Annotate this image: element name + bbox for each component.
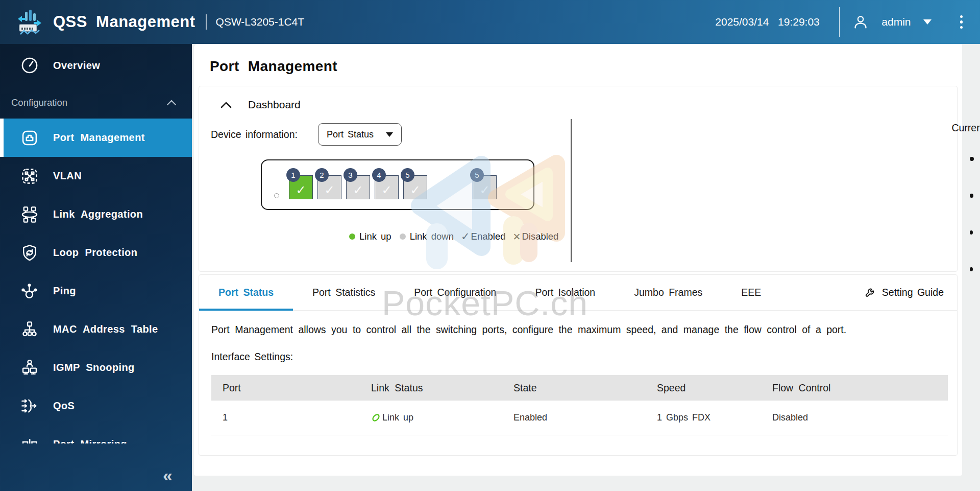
- device-information-label: Device information:: [211, 129, 298, 141]
- sidebar-item-label: QoS: [53, 400, 75, 412]
- title-divider: [206, 14, 207, 30]
- sidebar-item-port-management[interactable]: Port Management: [0, 119, 192, 157]
- legend-label: Link down: [410, 231, 454, 242]
- port-number-badge: 3: [344, 168, 357, 182]
- loop-protection-icon: [20, 244, 39, 262]
- current-port-status-title: Current Port status:: [951, 122, 980, 134]
- mac-address-table-icon: [20, 320, 39, 339]
- tab-port-configuration[interactable]: Port Configuration: [395, 275, 516, 310]
- user-menu[interactable]: admin: [853, 14, 931, 30]
- sidebar-item-label: IGMP Snooping: [53, 362, 135, 373]
- datetime: 2025/03/14 19:29:03: [715, 16, 820, 28]
- device-information-select[interactable]: Port Status: [318, 123, 402, 146]
- sidebar-item-loop-protection[interactable]: Loop Protection: [0, 233, 192, 272]
- link-down-dot-icon: [400, 233, 406, 240]
- igmp-snooping-icon: [20, 359, 39, 377]
- port-1[interactable]: 1: [289, 175, 313, 199]
- section-label: Configuration: [11, 97, 67, 108]
- sidebar-item-mac-address-table[interactable]: MAC Address Table: [0, 310, 192, 348]
- link-aggregation-icon: [20, 205, 39, 224]
- check-icon: ✓: [461, 230, 470, 243]
- cross-icon: ✕: [512, 231, 521, 243]
- column-header-port: Port: [211, 375, 360, 401]
- port-4[interactable]: 4: [375, 175, 399, 199]
- cell-port: 1: [211, 401, 360, 435]
- qos-icon: [20, 397, 39, 415]
- tabs-panel: Port Status Port Statistics Port Configu…: [199, 274, 958, 456]
- port-mirroring-icon: [20, 435, 39, 444]
- sidebar-item-qos[interactable]: QoS: [0, 387, 192, 425]
- sidebar-item-port-mirroring[interactable]: Port Mirroring: [0, 425, 192, 443]
- interface-settings-table: Port Link Status State Speed Flow Contro…: [211, 375, 948, 435]
- tab-port-status[interactable]: Port Status: [199, 275, 293, 310]
- sidebar-item-link-aggregation[interactable]: Link Aggregation: [0, 195, 192, 233]
- status-item-link-down: Link down: 4 port: [951, 184, 980, 207]
- sidebar-menu: Overview Configuration Port Management: [0, 44, 192, 443]
- column-header-state: State: [502, 375, 646, 401]
- chevron-up-icon: [220, 102, 232, 108]
- tab-jumbo-frames[interactable]: Jumbo Frames: [615, 275, 722, 310]
- app-title: QSS Management: [53, 13, 195, 31]
- content-card: Port Management Dashboard Device informa…: [194, 44, 962, 476]
- sidebar-item-label: VLAN: [53, 170, 82, 182]
- header-divider: [839, 7, 840, 37]
- port-strip: 1 2 3 4: [289, 175, 501, 199]
- port-number-badge: 2: [315, 168, 329, 182]
- user-icon: [853, 14, 868, 30]
- switch-diagram: 1 2 3 4: [261, 159, 534, 210]
- port-3[interactable]: 3: [346, 175, 370, 199]
- legend-label: Enabled: [471, 231, 506, 242]
- tab-port-isolation[interactable]: Port Isolation: [516, 275, 615, 310]
- link-status-text: Link up: [382, 412, 413, 423]
- port-5-combo[interactable]: 5: [473, 175, 497, 199]
- sidebar-item-label: Ping: [53, 285, 76, 297]
- link-up-dot-icon: [349, 233, 355, 240]
- sidebar: Overview Configuration Port Management: [0, 44, 192, 491]
- ping-icon: [20, 282, 39, 300]
- chevron-up-icon: [166, 100, 177, 106]
- sidebar-items: Port Management VLAN: [0, 119, 192, 443]
- bullet-icon: [970, 230, 973, 235]
- dashboard-collapse-header[interactable]: Dashboard: [199, 86, 957, 111]
- cell-speed: 1 Gbps FDX: [646, 401, 761, 435]
- header-right: 2025/03/14 19:29:03 admin: [715, 7, 965, 37]
- bullet-icon: [970, 157, 973, 161]
- link-up-icon: [371, 413, 381, 423]
- column-header-speed: Speed: [646, 375, 761, 401]
- port-5[interactable]: 5: [403, 175, 427, 199]
- port-management-description: Port Management allows you to control al…: [211, 324, 945, 336]
- device-information-value: Port Status: [327, 129, 374, 140]
- tab-port-statistics[interactable]: Port Statistics: [293, 275, 395, 310]
- page-title: Port Management: [210, 58, 962, 75]
- port-number-badge: 5: [470, 168, 484, 182]
- status-item-link-up: Link up: 1 port: [951, 147, 980, 171]
- sidebar-item-overview[interactable]: Overview: [0, 50, 192, 81]
- sidebar-item-ping[interactable]: Ping: [0, 272, 192, 310]
- app-logo-icon: [15, 8, 44, 36]
- sidebar-item-igmp-snooping[interactable]: IGMP Snooping: [0, 348, 192, 387]
- chevron-down-icon: [386, 132, 393, 137]
- status-list: Link up: 1 port Link down: 4 port Enable…: [951, 147, 980, 281]
- dashboard-panel: Dashboard Device information: Port Statu…: [199, 86, 958, 272]
- sidebar-item-label: Port Management: [53, 132, 145, 144]
- user-caret-icon[interactable]: [923, 19, 932, 25]
- interface-settings-label: Interface Settings:: [211, 351, 945, 363]
- tab-content: Port Management allows you to control al…: [199, 311, 957, 435]
- device-model: QSW-L3205-1C4T: [216, 16, 305, 28]
- sidebar-section-configuration[interactable]: Configuration: [0, 91, 192, 114]
- legend-label: Disabled: [522, 231, 558, 242]
- vlan-icon: [20, 167, 39, 185]
- sidebar-item-vlan[interactable]: VLAN: [0, 157, 192, 195]
- port-2[interactable]: 2: [317, 175, 341, 199]
- port-number-badge: 1: [286, 168, 300, 182]
- sidebar-collapse-icon[interactable]: «: [163, 466, 173, 484]
- overview-icon: [20, 56, 39, 75]
- column-header-link-status: Link Status: [360, 375, 502, 401]
- tab-eee[interactable]: EEE: [722, 275, 780, 310]
- status-item-disabled: Disabled: 0 port: [951, 258, 980, 281]
- kebab-menu-icon[interactable]: [958, 13, 965, 31]
- port-status-legend: Link up Link down ✓ Enabled ✕ Disabled: [349, 230, 558, 243]
- current-port-status-panel: Current Port status: Link up: 1 port Lin…: [951, 111, 980, 294]
- column-header-flow-control: Flow Control: [761, 375, 948, 401]
- cell-state: Enabled: [502, 401, 646, 435]
